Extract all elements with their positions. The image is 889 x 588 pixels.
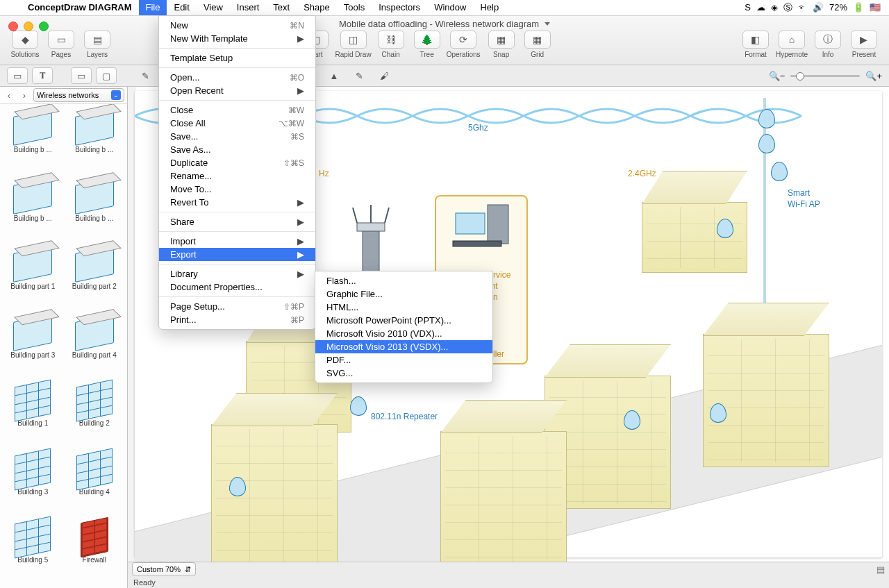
text-tool-button[interactable]: 𝐓 — [32, 67, 53, 84]
menu-view[interactable]: View — [197, 0, 230, 15]
document-title[interactable]: Mobile data offloading - Wireless networ… — [339, 19, 550, 29]
zoom-select[interactable]: Custom 70% ⇵ — [132, 562, 196, 576]
toolbar-right-button[interactable]: ⓘ — [815, 31, 841, 49]
stencil-item[interactable]: Building 5 — [3, 519, 63, 585]
file-menu-item[interactable]: Open...⌘O — [159, 71, 315, 84]
battery-icon[interactable]: 🔋 — [853, 0, 864, 15]
stencil-item[interactable]: Building 2 — [65, 382, 125, 448]
menu-inspectors[interactable]: Inspectors — [372, 0, 427, 15]
dropbox-icon[interactable]: ◈ — [771, 0, 778, 15]
status-icon-s[interactable]: S — [745, 0, 751, 15]
skype-icon[interactable]: Ⓢ — [783, 0, 792, 15]
stencil-item[interactable]: Building part 1 — [3, 245, 63, 311]
stencil-item[interactable]: Building b ... — [65, 177, 125, 243]
file-menu-item[interactable]: Import▶ — [159, 235, 315, 248]
stencil-item[interactable]: Building 4 — [65, 451, 125, 516]
file-menu-item[interactable]: Move To... — [159, 183, 315, 196]
file-menu-item[interactable]: Save...⌘S — [159, 130, 315, 143]
zoom-out-icon[interactable]: 🔍− — [769, 71, 786, 81]
export-menu-item[interactable]: Microsoft Visio 2013 (VSDX)... — [315, 340, 492, 353]
building-right[interactable] — [703, 334, 829, 467]
rect-shape-button[interactable]: ▭ — [71, 67, 92, 84]
stencil-item[interactable]: Building b ... — [3, 108, 63, 174]
export-menu-item[interactable]: Flash... — [315, 274, 492, 287]
menu-tools[interactable]: Tools — [337, 0, 372, 15]
eyedropper-tool-icon[interactable]: ✎ — [349, 67, 369, 84]
file-menu-item[interactable]: Save As... — [159, 143, 315, 156]
maximize-button[interactable] — [39, 22, 49, 31]
sidebar-forward-button[interactable]: › — [18, 89, 31, 101]
file-menu-item[interactable]: Share▶ — [159, 215, 315, 228]
sidebar-back-button[interactable]: ‹ — [3, 89, 15, 101]
stencil-library-select[interactable]: Wireless networks ⌄ — [33, 88, 124, 102]
toolbar-snap-button[interactable]: ▦ — [488, 31, 515, 49]
volume-icon[interactable]: 🔊 — [813, 0, 824, 15]
file-menu-item[interactable]: Export▶ — [159, 248, 315, 261]
file-menu-item[interactable]: Document Properties... — [159, 280, 315, 294]
file-menu-item[interactable]: Rename... — [159, 169, 315, 183]
toolbar-right-button[interactable]: ▶ — [851, 31, 877, 49]
menu-file[interactable]: File — [139, 0, 167, 15]
toolbar-mid-button[interactable]: ⛓ — [378, 31, 404, 49]
toolbar-mid-button[interactable]: ⟳ — [450, 31, 476, 49]
file-menu-item[interactable]: Page Setup...⇧⌘P — [159, 300, 315, 313]
wifi-icon[interactable]: ᯤ — [798, 0, 807, 15]
stencil-item[interactable]: Firewall — [65, 519, 125, 585]
zoom-in-icon[interactable]: 🔍+ — [865, 71, 882, 81]
menu-shape[interactable]: Shape — [297, 0, 337, 15]
stamp-tool-icon[interactable]: ▲ — [324, 67, 344, 84]
stencil-item[interactable]: Building part 4 — [65, 314, 125, 380]
toolbar-left-button[interactable]: ▭ — [48, 31, 74, 49]
toolbar-left-button[interactable]: ▤ — [84, 31, 110, 49]
menu-window[interactable]: Window — [427, 0, 473, 15]
menu-insert[interactable]: Insert — [230, 0, 267, 15]
file-menu-item[interactable]: Close All⌥⌘W — [159, 117, 315, 130]
file-menu-item[interactable]: Template Setup — [159, 51, 315, 65]
view-mode-icon[interactable]: ▤ — [876, 564, 885, 575]
export-menu-item[interactable]: PDF... — [315, 353, 492, 367]
export-submenu[interactable]: Flash...Graphic File...HTML...Microsoft … — [315, 271, 493, 383]
paintbrush-tool-icon[interactable]: 🖌 — [374, 67, 394, 84]
minimize-button[interactable] — [24, 22, 33, 31]
menu-text[interactable]: Text — [266, 0, 297, 15]
toolbar-left-button[interactable]: ◆ — [12, 31, 38, 49]
file-menu-item[interactable]: Library▶ — [159, 267, 315, 280]
stencil-item[interactable]: Building b ... — [3, 177, 63, 243]
building-front-center[interactable] — [440, 431, 567, 562]
toolbar-snap-button[interactable]: ▦ — [524, 31, 551, 49]
pointer-tool-button[interactable]: ▭ — [7, 67, 28, 84]
file-menu-item[interactable]: Duplicate⇧⌘S — [159, 156, 315, 169]
zoom-slider-thumb[interactable] — [796, 72, 804, 81]
toolbar-mid-button[interactable]: 🌲 — [414, 31, 440, 49]
export-menu-item[interactable]: SVG... — [315, 367, 492, 380]
file-menu-item[interactable]: Open Recent▶ — [159, 84, 315, 97]
toolbar-mid-button[interactable]: ◫ — [340, 31, 367, 49]
cloud-icon[interactable]: ☁︎ — [756, 0, 765, 15]
stencil-item[interactable]: Building 1 — [3, 382, 63, 448]
export-menu-item[interactable]: Microsoft PowerPoint (PPTX)... — [315, 314, 492, 327]
stencil-item[interactable]: Building part 2 — [65, 245, 125, 311]
export-menu-item[interactable]: Graphic File... — [315, 287, 492, 301]
input-flag-icon[interactable]: 🇺🇸 — [870, 0, 881, 15]
stencil-item[interactable]: Building 3 — [3, 451, 63, 516]
zoom-slider[interactable]: 🔍− 🔍+ — [769, 71, 882, 81]
menu-help[interactable]: Help — [473, 0, 506, 15]
toolbar-right-button[interactable]: ⌂ — [779, 31, 805, 49]
app-name[interactable]: ConceptDraw DIAGRAM — [21, 0, 139, 15]
menu-edit[interactable]: Edit — [167, 0, 196, 15]
export-menu-item[interactable]: HTML... — [315, 301, 492, 314]
export-menu-item[interactable]: Microsoft Visio 2010 (VDX)... — [315, 327, 492, 340]
file-menu-item[interactable]: Print...⌘P — [159, 313, 315, 326]
file-menu-item[interactable]: New⌘N — [159, 19, 315, 32]
toolbar-right-button[interactable]: ◧ — [742, 31, 769, 49]
roundrect-shape-button[interactable]: ▢ — [96, 67, 117, 84]
file-menu[interactable]: New⌘NNew With Template▶Template SetupOpe… — [158, 15, 316, 330]
file-menu-item[interactable]: New With Template▶ — [159, 32, 315, 45]
building-back-right[interactable] — [642, 202, 747, 273]
file-menu-item[interactable]: Close⌘W — [159, 103, 315, 117]
stencil-item[interactable]: Building part 3 — [3, 314, 63, 380]
stencil-item[interactable]: Building b ... — [65, 108, 125, 174]
close-button[interactable] — [8, 22, 18, 31]
file-menu-item[interactable]: Revert To▶ — [159, 196, 315, 209]
zoom-slider-track[interactable] — [790, 75, 860, 77]
